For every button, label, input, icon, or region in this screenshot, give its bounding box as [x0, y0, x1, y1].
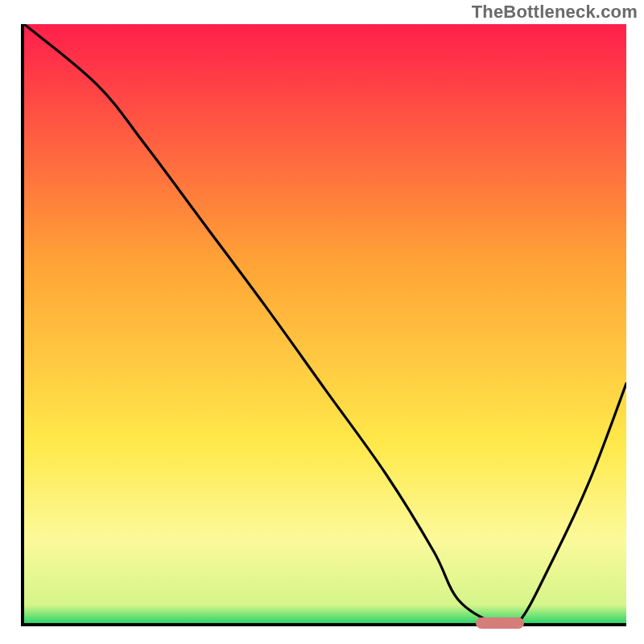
plot-area: [21, 24, 626, 626]
watermark-text: TheBottleneck.com: [472, 2, 638, 23]
optimal-zone-bar: [476, 617, 524, 629]
gradient-rect: [24, 24, 626, 623]
chart-svg: [24, 24, 626, 623]
chart-frame: TheBottleneck.com: [0, 0, 644, 644]
